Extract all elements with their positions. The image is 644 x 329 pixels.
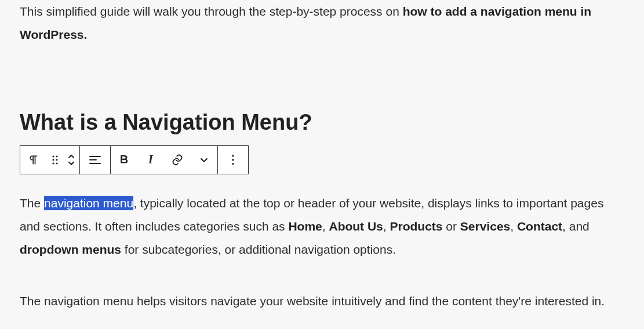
link-icon bbox=[171, 153, 184, 166]
block-type-button[interactable] bbox=[20, 146, 47, 174]
definition-paragraph[interactable]: The navigation menu, typically located a… bbox=[20, 192, 624, 261]
svg-point-0 bbox=[52, 155, 54, 157]
intro-text-prefix: This simplified guide will walk you thro… bbox=[20, 5, 403, 18]
svg-point-10 bbox=[232, 159, 234, 161]
drag-handle-icon bbox=[51, 155, 59, 165]
p1-c4: , bbox=[510, 220, 517, 233]
drag-handle-button[interactable] bbox=[47, 146, 63, 174]
svg-point-1 bbox=[56, 155, 57, 157]
p1-c5: , and bbox=[562, 220, 590, 233]
selected-text[interactable]: navigation menu bbox=[44, 196, 133, 210]
toolbar-group-options bbox=[218, 146, 248, 174]
move-block-button[interactable] bbox=[63, 146, 79, 174]
italic-icon: I bbox=[148, 153, 153, 166]
paragraph-block-icon bbox=[28, 154, 39, 166]
p1-b2: About Us bbox=[329, 220, 383, 233]
align-button[interactable] bbox=[80, 146, 110, 174]
toolbar-group-inline: B I bbox=[111, 146, 217, 174]
bold-button[interactable]: B bbox=[111, 146, 137, 174]
link-button[interactable] bbox=[164, 146, 191, 174]
svg-point-3 bbox=[56, 159, 57, 160]
svg-point-9 bbox=[232, 155, 234, 157]
p1-b3: Products bbox=[390, 220, 442, 233]
p1-b6: dropdown menus bbox=[20, 243, 121, 256]
p1-b1: Home bbox=[288, 220, 322, 233]
italic-button[interactable]: I bbox=[137, 146, 164, 174]
toolbar-group-block bbox=[20, 146, 79, 174]
p1-t1: The bbox=[20, 196, 44, 210]
p1-b4: Services bbox=[460, 220, 510, 233]
toolbar-group-align bbox=[80, 146, 110, 174]
p1-c2: , bbox=[383, 220, 390, 233]
bold-icon: B bbox=[120, 153, 128, 166]
intro-paragraph: This simplified guide will walk you thro… bbox=[20, 0, 624, 46]
more-inline-button[interactable] bbox=[191, 146, 217, 174]
options-button[interactable] bbox=[218, 146, 248, 174]
section-heading: What is a Navigation Menu? bbox=[20, 110, 624, 135]
p1-c1: , bbox=[322, 220, 329, 233]
p1-b5: Contact bbox=[517, 220, 562, 233]
svg-point-2 bbox=[52, 159, 54, 160]
align-left-icon bbox=[89, 155, 101, 165]
p1-c3: or bbox=[442, 220, 460, 233]
svg-point-4 bbox=[52, 162, 54, 164]
block-toolbar: B I bbox=[20, 145, 249, 174]
second-paragraph: The navigation menu helps visitors navig… bbox=[20, 290, 624, 313]
move-up-down-icon bbox=[67, 153, 75, 166]
chevron-down-icon bbox=[199, 155, 209, 164]
svg-point-5 bbox=[56, 162, 57, 164]
svg-point-11 bbox=[232, 163, 234, 165]
more-options-icon bbox=[231, 154, 235, 166]
p1-t3: for subcategories, or additional navigat… bbox=[121, 243, 396, 256]
